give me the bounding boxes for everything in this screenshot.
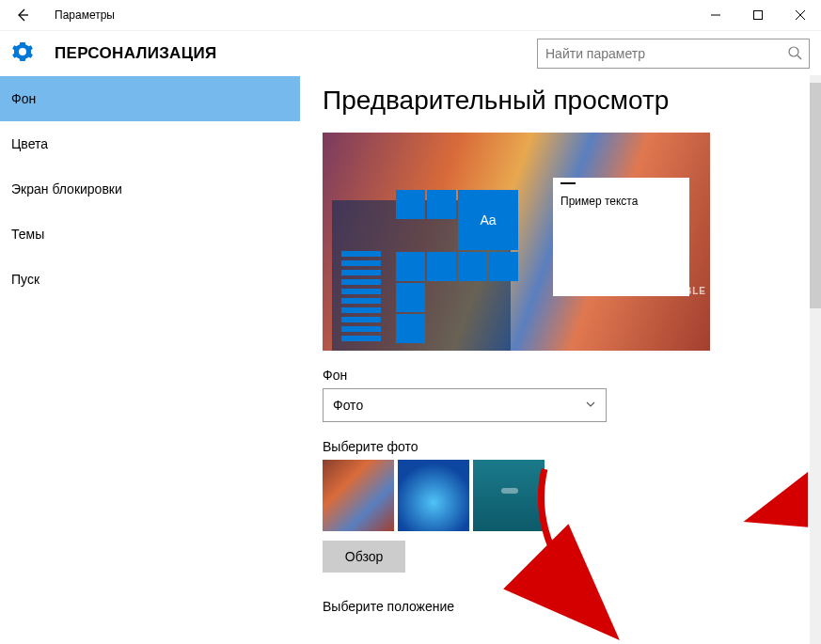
choose-photo-label: Выберите фото [323,439,798,454]
sidebar-item-label: Пуск [11,272,39,287]
preview-start-menu: Aa [332,200,511,351]
sidebar: Фон Цвета Экран блокировки Темы Пуск [0,76,300,644]
page-title: ПЕРСОНАЛИЗАЦИЯ [55,44,216,63]
chevron-down-icon [585,398,596,413]
svg-line-6 [797,55,801,59]
photo-thumb-blank[interactable] [624,460,695,531]
sidebar-item-colors[interactable]: Цвета [0,121,300,166]
sidebar-item-background[interactable]: Фон [0,76,300,121]
search-input[interactable] [537,39,810,69]
photo-thumb-canyon[interactable] [323,460,394,531]
background-label: Фон [323,368,798,383]
background-select[interactable]: Фото [323,388,607,422]
svg-point-5 [789,47,798,56]
gear-icon [11,40,34,67]
scrollbar-thumb[interactable] [810,83,821,308]
background-select-value: Фото [333,398,363,413]
preview-sample-window: Пример текста [553,178,689,296]
sidebar-item-label: Темы [11,227,44,242]
preview-aa-tile: Aa [458,190,518,250]
sidebar-item-label: Фон [11,91,36,106]
choose-fit-label: Выберите положение [323,599,798,614]
svg-rect-2 [753,11,762,20]
window-title: Параметры [55,8,115,22]
main-content: Предварительный просмотр Aa Пример текст… [300,76,821,644]
photo-thumb-underwater[interactable] [473,460,545,531]
sidebar-item-label: Экран блокировки [11,181,122,196]
maximize-button[interactable] [736,0,779,30]
sidebar-item-start[interactable]: Пуск [0,257,300,302]
sidebar-item-label: Цвета [11,136,48,151]
close-button[interactable] [779,0,821,30]
photo-thumbnails [323,460,798,531]
back-button[interactable] [8,0,38,30]
desktop-preview: Aa Пример текста EDIBLE [323,133,710,351]
preview-sample-text: Пример текста [560,195,638,208]
sidebar-item-themes[interactable]: Темы [0,212,300,257]
preview-heading: Предварительный просмотр [323,86,798,116]
browse-button[interactable]: Обзор [323,541,405,573]
preview-bg-text: EDIBLE [666,286,706,296]
photo-thumb-blank[interactable] [548,460,620,531]
minimize-button[interactable] [694,0,736,30]
sidebar-item-lockscreen[interactable]: Экран блокировки [0,166,300,212]
photo-thumb-windows[interactable] [398,460,469,531]
search-icon [788,46,802,64]
